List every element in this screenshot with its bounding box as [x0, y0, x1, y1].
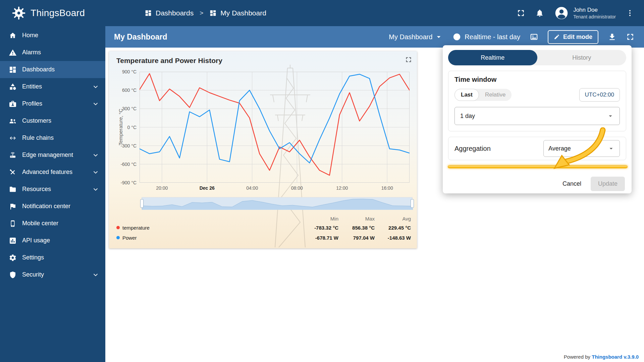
chart-box-icon: [9, 237, 17, 245]
brand[interactable]: ThingsBoard: [0, 6, 105, 20]
y-axis-title: Temperature, °C: [118, 109, 123, 145]
interval-select[interactable]: 1 day: [454, 107, 620, 125]
cancel-button[interactable]: Cancel: [558, 177, 586, 191]
chevron-down-icon: [92, 152, 99, 159]
fullscreen-icon[interactable]: [626, 33, 635, 41]
sidebar-item-profiles[interactable]: Profiles: [0, 95, 105, 112]
warning-icon: [9, 49, 17, 57]
power-min-value: -678.71 W: [302, 235, 338, 241]
aggregation-section: Aggregation Average: [448, 137, 626, 160]
tab-history[interactable]: History: [537, 50, 627, 65]
edit-mode-button[interactable]: Edit mode: [548, 30, 598, 44]
legend-key-power[interactable]: Power: [116, 235, 137, 241]
range-navigator[interactable]: [142, 197, 413, 209]
legend-row-temperature: temperature -783.32 °C 856.38 °C 229.45 …: [116, 223, 411, 233]
widget-expand-icon[interactable]: [405, 56, 412, 63]
timezone-button[interactable]: UTC+02:00: [579, 88, 620, 102]
home-icon: [9, 32, 17, 40]
sidebar-item-alarms[interactable]: Alarms: [0, 44, 105, 61]
sidebar-item-security[interactable]: Security: [0, 266, 105, 283]
topbar-actions: John Doe Tenant administrator: [517, 6, 644, 20]
tools-icon: [9, 168, 17, 176]
user-name: John Doe: [573, 7, 616, 13]
timewindow-tabs: Realtime History: [448, 50, 626, 65]
highlight-bar: [448, 165, 628, 168]
legend-header-max: Max: [338, 216, 375, 222]
rule-chains-icon: [9, 134, 17, 142]
legend-header-avg: Avg: [375, 216, 411, 222]
toggle-last[interactable]: Last: [454, 89, 479, 101]
chevron-down-icon: [92, 271, 99, 279]
caret-down-icon: [607, 112, 614, 120]
aggregation-label: Aggregation: [454, 145, 491, 153]
series-color-dot: [116, 226, 120, 229]
series-color-dot: [116, 236, 120, 239]
dashboards-grid-icon: [209, 9, 217, 17]
badge-icon: [9, 100, 17, 108]
sidebar-item-rule-chains[interactable]: Rule chains: [0, 129, 105, 146]
aggregation-select[interactable]: Average: [543, 140, 620, 157]
dashboard-image-icon[interactable]: [530, 33, 538, 41]
line-chart: [140, 72, 410, 183]
notifications-bell-icon[interactable]: [535, 9, 544, 17]
legend-header-min: Min: [302, 216, 338, 222]
sidebar: Home Alarms Dashboards Entities Profiles…: [0, 26, 105, 362]
sidebar-item-entities[interactable]: Entities: [0, 78, 105, 95]
people-icon: [9, 117, 17, 125]
avatar: [554, 6, 569, 20]
sidebar-item-home[interactable]: Home: [0, 27, 105, 44]
legend-key-temperature[interactable]: temperature: [116, 225, 150, 231]
sidebar-item-edge-management[interactable]: Edge management: [0, 146, 105, 164]
temperature-min-value: -783.32 °C: [302, 225, 338, 231]
legend-row-power: Power -678.71 W 797.04 W -148.63 W: [116, 233, 411, 243]
chart-widget: Temperature and Power History Temperatur…: [109, 51, 417, 248]
update-button[interactable]: Update: [591, 177, 625, 191]
sidebar-item-settings[interactable]: Settings: [0, 249, 105, 266]
breadcrumb: Dashboards > My Dashboard: [145, 9, 266, 17]
sidebar-item-notification-center[interactable]: Notification center: [0, 198, 105, 215]
temperature-max-value: 856.38 °C: [338, 225, 375, 231]
breadcrumb-dashboards[interactable]: Dashboards: [145, 9, 194, 17]
navigator-right-handle[interactable]: [411, 199, 414, 208]
power-avg-value: -148.63 W: [375, 235, 411, 241]
navigator-selection: [142, 197, 412, 209]
flag-icon: [9, 202, 17, 210]
user-menu[interactable]: John Doe Tenant administrator: [554, 6, 616, 20]
sidebar-item-mobile-center[interactable]: Mobile center: [0, 215, 105, 232]
sidebar-item-resources[interactable]: Resources: [0, 181, 105, 198]
pencil-icon: [554, 34, 560, 40]
page-title: My Dashboard: [114, 33, 167, 42]
sidebar-item-dashboards[interactable]: Dashboards: [0, 61, 105, 78]
time-window-section: Time window Last Relative UTC+02:00 1 da…: [448, 71, 626, 131]
widget-title: Temperature and Power History: [116, 57, 222, 65]
thingsboard-logo-icon: [11, 6, 26, 20]
navigator-left-handle[interactable]: [140, 199, 144, 208]
breadcrumb-separator: >: [200, 9, 203, 17]
fullscreen-icon[interactable]: [517, 9, 525, 17]
gear-icon: [9, 254, 17, 262]
thingsboard-version-link[interactable]: Thingsboard v.3.9.0: [592, 354, 639, 360]
caret-down-icon: [607, 145, 615, 152]
chevron-down-icon: [92, 100, 99, 108]
dashboard-toolbar: My Dashboard My Dashboard Realtime - las…: [105, 26, 644, 48]
chart-legend: Min Max Avg temperature -783.32 °C 856.3…: [116, 215, 411, 243]
dashboard-select[interactable]: My Dashboard: [389, 33, 443, 41]
timewindow-popup: Realtime History Time window Last Relati…: [443, 45, 632, 193]
tab-realtime[interactable]: Realtime: [448, 50, 537, 65]
footer: Powered by Thingsboard v.3.9.0: [564, 354, 639, 360]
time-window-title: Time window: [454, 76, 620, 83]
sidebar-item-advanced-features[interactable]: Advanced features: [0, 164, 105, 181]
sidebar-item-customers[interactable]: Customers: [0, 112, 105, 129]
caret-down-icon: [434, 33, 443, 41]
legend-header-row: Min Max Avg: [116, 215, 411, 223]
sidebar-item-api-usage[interactable]: API usage: [0, 232, 105, 249]
download-icon[interactable]: [608, 33, 616, 41]
router-icon: [9, 151, 17, 159]
chevron-down-icon: [92, 83, 99, 90]
entities-icon: [9, 83, 17, 91]
timewindow-button[interactable]: Realtime - last day: [452, 33, 520, 41]
kebab-menu-icon[interactable]: [626, 9, 634, 17]
chevron-down-icon: [92, 169, 99, 176]
breadcrumb-current[interactable]: My Dashboard: [209, 9, 266, 17]
toggle-relative[interactable]: Relative: [479, 89, 512, 101]
